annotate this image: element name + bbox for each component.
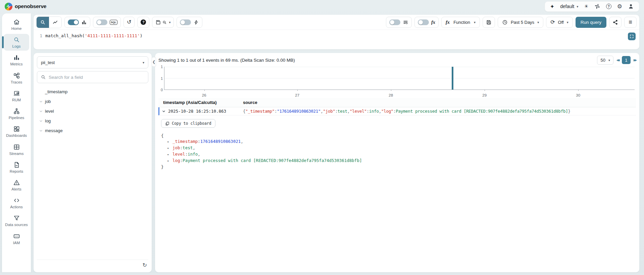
sidebar-item-metrics[interactable]: Metrics xyxy=(4,52,29,68)
histogram-toggle[interactable] xyxy=(68,19,79,25)
sidebar-item-dashboards[interactable]: Dashboards xyxy=(4,123,29,140)
field-name: message xyxy=(45,128,63,133)
sidebar-item-reports[interactable]: Reports xyxy=(4,159,29,176)
sidebar-item-rum[interactable]: RUM xyxy=(4,88,29,104)
auto-refresh-dropdown[interactable]: ⟳ Off ▾ xyxy=(546,17,573,28)
slack-icon[interactable] xyxy=(594,3,600,9)
menu-button[interactable]: ≡ xyxy=(624,17,637,28)
theme-toggle-icon[interactable]: ☀ xyxy=(584,3,588,9)
source-token: Payment processed with card [REDACTED:90… xyxy=(396,109,568,114)
openobserve-logo[interactable]: openobserve xyxy=(5,3,46,10)
chevron-down-icon[interactable] xyxy=(37,100,45,104)
json-key: log xyxy=(172,158,180,163)
field-item-message[interactable]: message xyxy=(37,126,148,135)
field-item-log[interactable]: log xyxy=(37,116,148,126)
field-search xyxy=(37,71,148,83)
save-function-button[interactable] xyxy=(483,17,495,28)
gear-icon[interactable]: ⚙ xyxy=(617,3,622,10)
source-token: : xyxy=(367,109,369,114)
time-range-dropdown[interactable]: Past 5 Days ▾ xyxy=(498,17,543,28)
json-key: _timestamp xyxy=(172,139,198,144)
chevron-down-icon[interactable]: ▾ xyxy=(169,20,170,24)
floppy-icon xyxy=(486,19,492,25)
copy-to-clipboard-button[interactable]: Copy to clipboard xyxy=(161,119,215,128)
chevron-down-icon[interactable] xyxy=(37,109,45,113)
results-summary: Showing 1 to 1 out of 1 events in 69 ms.… xyxy=(158,58,295,63)
last-page-button[interactable]: ▸▸ xyxy=(634,58,636,62)
sidebar-item-streams[interactable]: Streams xyxy=(4,141,29,158)
page-size-dropdown[interactable]: 50 ▾ xyxy=(597,56,613,65)
sidebar-item-label: Dashboards xyxy=(6,133,27,138)
auto-refresh-value: Off xyxy=(558,20,564,25)
x-axis-label: 27 xyxy=(295,93,299,97)
row-expand-chevron-icon[interactable] xyxy=(159,109,168,113)
reports-icon xyxy=(13,161,20,168)
x-axis-label: 29 xyxy=(482,93,487,97)
quick-mode-toggle[interactable] xyxy=(180,19,191,25)
triangle-down-icon[interactable]: ▾ xyxy=(167,146,172,151)
first-page-button[interactable]: ◂◂ xyxy=(616,58,619,62)
chevron-down-icon[interactable] xyxy=(37,129,45,133)
sidebar-item-label: RUM xyxy=(12,98,21,102)
line-number: 1 xyxy=(37,33,42,39)
sidebar-item-data-sources[interactable]: Data sources xyxy=(4,212,29,229)
run-query-button[interactable]: Run query xyxy=(576,17,606,28)
triangle-down-icon[interactable]: ▾ xyxy=(167,152,172,158)
reset-icon[interactable]: ↺ xyxy=(127,19,131,25)
stream-selector-value: pii_test xyxy=(41,60,55,65)
share-button[interactable] xyxy=(609,17,622,28)
source-token: : xyxy=(335,109,338,114)
sidebar-item-home[interactable]: Home xyxy=(4,16,29,33)
function-toggle[interactable] xyxy=(418,19,429,25)
field-item-_timestamp[interactable]: _timestamp xyxy=(37,87,148,97)
function-toggle-group: fx xyxy=(414,17,439,28)
query-code: match_all_hash('4111-1111-1111-1111') xyxy=(45,33,143,39)
sidebar-item-logs[interactable]: Logs xyxy=(4,34,29,51)
query-help-icon[interactable]: ? xyxy=(141,19,146,25)
function-dropdown[interactable]: fx Function ▾ xyxy=(441,17,480,28)
sidebar-item-traces[interactable]: Traces xyxy=(4,70,29,87)
chevron-down-icon: ▾ xyxy=(567,20,568,24)
histogram-bar[interactable] xyxy=(452,67,453,90)
timestamp-column-header[interactable]: timestamp (Asia/Calcutta) xyxy=(158,100,243,105)
y-axis-label: 1 xyxy=(158,65,163,69)
triangle-down-icon[interactable]: ▾ xyxy=(167,158,172,164)
field-item-job[interactable]: job xyxy=(37,97,148,106)
function-dropdown-value: Function xyxy=(453,20,470,25)
query-editor[interactable]: 1 match_all_hash('4111-1111-1111-1111') xyxy=(34,30,639,49)
gridline xyxy=(164,67,635,67)
triangle-down-icon[interactable]: ▾ xyxy=(167,139,172,145)
sidebar-item-label: Data sources xyxy=(5,223,28,227)
saved-search-icon[interactable] xyxy=(155,19,161,25)
source-token: info xyxy=(369,109,379,114)
wrap-lines-toggle[interactable] xyxy=(389,19,400,25)
query-toolbar: SQL ↺ ? ▾ xyxy=(34,15,639,30)
visualize-mode-button[interactable] xyxy=(49,17,61,28)
current-page-button[interactable]: 1 xyxy=(622,56,631,64)
org-selector[interactable]: default ▾ xyxy=(560,4,578,9)
chevron-down-icon[interactable] xyxy=(37,119,45,123)
account-icon[interactable] xyxy=(628,3,634,9)
log-row[interactable]: 2025-10-28 16:25:10.863 {"_timestamp":"1… xyxy=(158,107,636,115)
collapse-fields-panel-button[interactable]: ❮ xyxy=(152,57,156,67)
refresh-fields-icon[interactable]: ↻ xyxy=(143,262,147,268)
field-item-level[interactable]: level xyxy=(37,106,148,116)
field-search-input[interactable] xyxy=(49,75,145,80)
help-icon[interactable]: ? xyxy=(606,4,611,9)
auto-refresh-icon: ⟳ xyxy=(550,19,555,25)
source-column-header[interactable]: source xyxy=(243,100,636,105)
fields-panel-footer: ↻ xyxy=(37,260,148,270)
stream-selector[interactable]: pii_test ▾ xyxy=(37,56,148,68)
sidebar-item-pipelines[interactable]: Pipelines xyxy=(4,105,29,122)
streams-icon xyxy=(13,144,20,151)
x-axis-tick xyxy=(391,90,391,91)
sql-mode-toggle[interactable] xyxy=(96,19,107,25)
sidebar-item-actions[interactable]: Actions xyxy=(4,195,29,211)
sidebar-item-iam[interactable]: IAM xyxy=(4,230,29,247)
histogram[interactable]: 1102627282930 xyxy=(158,66,636,97)
ai-sparkle-icon[interactable]: ✦ xyxy=(550,3,554,10)
editor-fullscreen-button[interactable] xyxy=(628,33,636,40)
sidebar-item-alerts[interactable]: Alerts xyxy=(4,177,29,194)
brand-name: openobserve xyxy=(15,3,46,9)
search-mode-button[interactable] xyxy=(37,17,49,28)
